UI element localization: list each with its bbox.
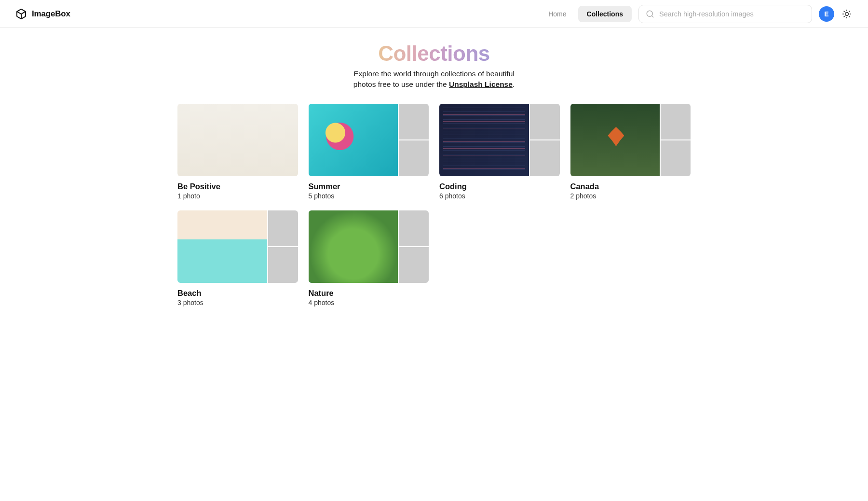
collection-title: Be Positive	[177, 182, 298, 191]
collection-count: 1 photo	[177, 192, 298, 200]
nav: Home Collections	[540, 6, 632, 22]
svg-line-11	[849, 11, 850, 12]
thumb-side	[399, 210, 429, 283]
collection-card-summer[interactable]: Summer 5 photos	[309, 104, 429, 200]
collection-count: 3 photos	[177, 299, 298, 306]
collection-thumbs	[570, 104, 691, 176]
collection-thumbs	[177, 104, 298, 176]
svg-line-7	[849, 16, 850, 16]
thumb-image	[309, 104, 398, 176]
search-input[interactable]	[659, 10, 805, 18]
collection-title: Coding	[439, 182, 560, 191]
collection-card-nature[interactable]: Nature 4 photos	[309, 210, 429, 306]
svg-line-10	[844, 16, 844, 16]
thumb-side	[399, 104, 429, 176]
collection-card-beach[interactable]: Beach 3 photos	[177, 210, 298, 306]
thumb-image	[399, 140, 429, 176]
thumb-image	[661, 140, 691, 176]
thumb-image	[268, 247, 298, 283]
page-heading: Collections Explore the world through co…	[0, 42, 868, 90]
thumb-image	[177, 210, 267, 283]
sun-icon	[842, 9, 852, 19]
collection-thumbs	[309, 104, 429, 176]
search-icon	[646, 10, 654, 18]
collection-count: 2 photos	[570, 192, 691, 200]
brand-name: ImageBox	[32, 9, 70, 19]
logo[interactable]: ImageBox	[15, 8, 70, 20]
svg-line-6	[844, 11, 844, 12]
thumb-image	[268, 210, 298, 246]
collection-thumbs	[439, 104, 560, 176]
search-box[interactable]	[638, 5, 812, 23]
collection-title: Summer	[309, 182, 429, 191]
page-subtitle: Explore the world through collections of…	[0, 69, 868, 90]
thumb-side	[268, 210, 298, 283]
header: ImageBox Home Collections E	[0, 0, 868, 28]
svg-line-2	[651, 15, 653, 17]
thumb-image	[530, 104, 560, 139]
svg-point-3	[845, 12, 849, 15]
collection-title: Beach	[177, 289, 298, 298]
collection-card-be-positive[interactable]: Be Positive 1 photo	[177, 104, 298, 200]
nav-collections[interactable]: Collections	[578, 6, 632, 22]
avatar[interactable]: E	[819, 6, 834, 22]
box-icon	[15, 8, 27, 20]
thumb-image	[661, 104, 691, 139]
subtitle-suffix: .	[513, 80, 515, 88]
page-title: Collections	[378, 42, 490, 66]
collection-count: 6 photos	[439, 192, 560, 200]
header-right: Home Collections E	[540, 5, 853, 23]
thumb-image	[399, 247, 429, 283]
collection-count: 4 photos	[309, 299, 429, 306]
thumb-side	[661, 104, 691, 176]
thumb-image	[309, 210, 398, 283]
collection-card-canada[interactable]: Canada 2 photos	[570, 104, 691, 200]
collections-grid: Be Positive 1 photo Summer 5 photos Codi…	[168, 104, 700, 306]
collection-count: 5 photos	[309, 192, 429, 200]
thumb-image	[439, 104, 529, 176]
thumb-image	[177, 104, 298, 176]
theme-toggle[interactable]	[841, 8, 853, 20]
thumb-image	[530, 140, 560, 176]
collection-thumbs	[177, 210, 298, 283]
thumb-image	[570, 104, 660, 176]
subtitle-line1: Explore the world through collections of…	[353, 70, 514, 78]
thumb-side	[530, 104, 560, 176]
subtitle-line2: photos free to use under the	[353, 80, 449, 88]
collection-thumbs	[309, 210, 429, 283]
nav-home[interactable]: Home	[540, 6, 575, 22]
license-link[interactable]: Unsplash License	[449, 80, 513, 88]
collection-title: Canada	[570, 182, 691, 191]
thumb-image	[399, 210, 429, 246]
thumb-image	[399, 104, 429, 139]
collection-card-coding[interactable]: Coding 6 photos	[439, 104, 560, 200]
collection-title: Nature	[309, 289, 429, 298]
